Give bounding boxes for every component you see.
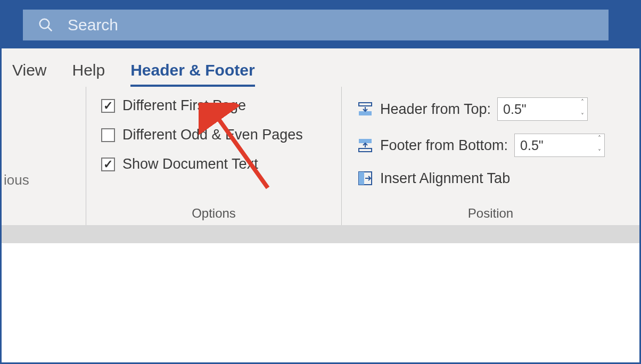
spinner-arrows-icon: ˄˅ bbox=[598, 135, 601, 155]
insert-alignment-tab-label: Insert Alignment Tab bbox=[380, 170, 510, 187]
footer-from-bottom-spinner[interactable]: 0.5" ˄˅ bbox=[514, 134, 605, 157]
spinner-arrows-icon: ˄˅ bbox=[581, 99, 584, 119]
svg-rect-9 bbox=[359, 172, 364, 185]
footer-from-bottom-value: 0.5" bbox=[520, 138, 544, 153]
checkbox-different-odd-even[interactable]: Different Odd & Even Pages bbox=[101, 127, 326, 143]
checkbox-label: Show Document Text bbox=[122, 156, 258, 172]
ribbon-fragment-previous: ious bbox=[4, 172, 29, 188]
tab-help[interactable]: Help bbox=[72, 61, 105, 87]
search-placeholder: Search bbox=[68, 16, 118, 34]
footer-from-bottom-icon bbox=[357, 137, 374, 154]
svg-rect-2 bbox=[359, 103, 372, 106]
ribbon-tabs: View Help Header & Footer bbox=[2, 48, 639, 87]
checkbox-label: Different First Page bbox=[122, 97, 246, 114]
search-box[interactable]: Search bbox=[23, 10, 609, 40]
header-from-top-spinner[interactable]: 0.5" ˄˅ bbox=[497, 97, 588, 121]
tab-header-footer[interactable]: Header & Footer bbox=[130, 61, 254, 87]
header-from-top-label: Header from Top: bbox=[380, 101, 491, 118]
group-label-position: Position bbox=[357, 206, 624, 221]
svg-rect-6 bbox=[359, 148, 372, 152]
checkbox-different-first-page[interactable]: Different First Page bbox=[101, 97, 326, 114]
group-label-options: Options bbox=[101, 206, 326, 221]
header-from-top-value: 0.5" bbox=[503, 102, 527, 117]
checkbox-show-document-text[interactable]: Show Document Text bbox=[101, 156, 326, 172]
insert-alignment-tab-button[interactable]: Insert Alignment Tab bbox=[357, 170, 624, 187]
alignment-tab-icon bbox=[357, 170, 374, 187]
search-icon bbox=[38, 17, 54, 33]
checkbox-icon bbox=[101, 99, 115, 113]
checkbox-label: Different Odd & Even Pages bbox=[122, 127, 303, 143]
group-position: Header from Top: 0.5" ˄˅ Footer from Bot… bbox=[341, 87, 639, 225]
svg-line-1 bbox=[48, 27, 52, 31]
tab-view[interactable]: View bbox=[12, 61, 46, 87]
svg-point-0 bbox=[40, 19, 50, 29]
title-bar: Search bbox=[2, 2, 639, 48]
footer-from-bottom-label: Footer from Bottom: bbox=[380, 137, 508, 154]
header-from-top-icon bbox=[357, 101, 374, 118]
checkbox-icon bbox=[101, 158, 115, 171]
document-area-strip bbox=[2, 225, 639, 243]
group-options: Different First Page Different Odd & Eve… bbox=[86, 87, 341, 225]
checkbox-icon bbox=[101, 128, 115, 142]
ribbon: ious Different First Page Different Odd … bbox=[2, 87, 639, 225]
